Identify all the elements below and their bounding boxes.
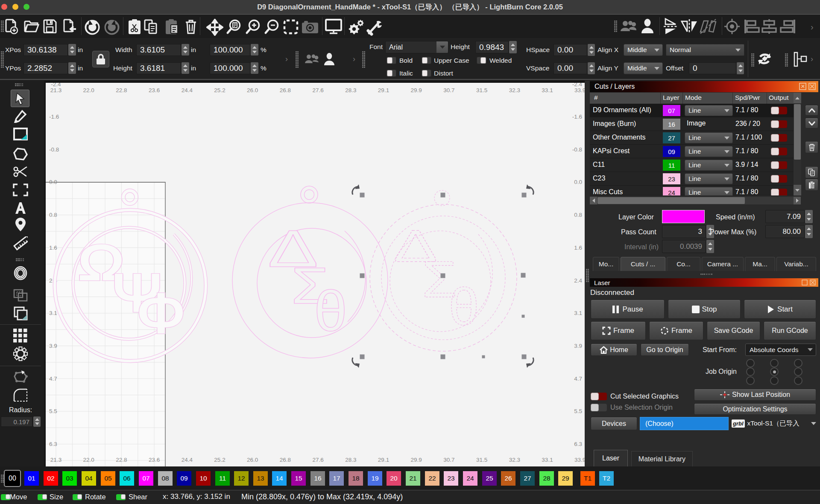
svg-text:22.0: 22.0 [83, 87, 94, 93]
svg-text:33.1: 33.1 [542, 87, 553, 93]
svg-text:33.9: 33.9 [574, 87, 585, 93]
svg-text:28.3: 28.3 [345, 87, 356, 93]
svg-text:29.9: 29.9 [411, 457, 422, 463]
svg-text:0.8: 0.8 [574, 212, 582, 218]
svg-text:3.9: 3.9 [49, 343, 57, 349]
svg-text:-1.6: -1.6 [49, 114, 59, 120]
svg-text:23.6: 23.6 [149, 87, 160, 93]
svg-text:3.1: 3.1 [49, 310, 57, 316]
svg-text:0.0: 0.0 [574, 179, 582, 185]
svg-text:29.9: 29.9 [411, 87, 422, 93]
svg-text:-0.8: -0.8 [572, 146, 582, 153]
svg-text:-2.4: -2.4 [572, 83, 583, 87]
svg-text:31.5: 31.5 [476, 457, 487, 463]
svg-text:30.7: 30.7 [443, 457, 454, 463]
svg-text:6.3: 6.3 [49, 441, 57, 447]
svg-text:2.4: 2.4 [574, 277, 582, 284]
svg-text:28.3: 28.3 [345, 457, 356, 463]
svg-text:26.8: 26.8 [280, 457, 291, 463]
svg-text:26.8: 26.8 [280, 87, 291, 93]
svg-text:22.8: 22.8 [116, 87, 127, 93]
svg-text:32.3: 32.3 [509, 87, 520, 93]
svg-text:3.1: 3.1 [574, 310, 582, 316]
svg-text:1.6: 1.6 [574, 245, 582, 251]
svg-text:4.7: 4.7 [49, 376, 57, 382]
svg-text:5.5: 5.5 [49, 408, 57, 414]
svg-text:θ: θ [448, 278, 479, 336]
svg-text:24.4: 24.4 [182, 87, 193, 93]
svg-text:24.4: 24.4 [182, 457, 193, 463]
svg-text:26.0: 26.0 [247, 87, 258, 93]
svg-text:25.2: 25.2 [214, 87, 225, 93]
svg-text:30.7: 30.7 [443, 87, 454, 93]
svg-text:31.5: 31.5 [476, 87, 487, 93]
svg-text:6.3: 6.3 [574, 441, 582, 447]
svg-text:Φ: Φ [137, 282, 185, 344]
svg-text:25.2: 25.2 [214, 457, 225, 463]
svg-text:29.1: 29.1 [378, 457, 389, 463]
svg-text:21.3: 21.3 [50, 87, 62, 93]
svg-text:4.7: 4.7 [574, 376, 582, 382]
svg-text:22.0: 22.0 [83, 457, 94, 463]
svg-text:5.5: 5.5 [574, 408, 582, 414]
svg-text:26.0: 26.0 [247, 457, 258, 463]
svg-text:-0.8: -0.8 [49, 146, 59, 153]
svg-text:29.1: 29.1 [378, 87, 389, 93]
svg-text:33.1: 33.1 [542, 457, 553, 463]
svg-text:1.6: 1.6 [49, 245, 57, 251]
svg-text:22.8: 22.8 [116, 457, 127, 463]
svg-text:27.6: 27.6 [312, 457, 323, 463]
svg-text:0.8: 0.8 [49, 212, 57, 218]
svg-text:33.9: 33.9 [574, 457, 585, 463]
svg-text:32.3: 32.3 [509, 457, 520, 463]
svg-text:θ: θ [314, 279, 347, 343]
svg-text:23.6: 23.6 [149, 457, 160, 463]
svg-text:3.9: 3.9 [574, 343, 582, 349]
svg-text:0.0: 0.0 [49, 179, 57, 185]
svg-text:27.6: 27.6 [312, 87, 323, 93]
svg-text:-2.4: -2.4 [51, 83, 61, 87]
svg-text:-1.6: -1.6 [572, 114, 582, 120]
svg-text:21.3: 21.3 [50, 457, 62, 463]
